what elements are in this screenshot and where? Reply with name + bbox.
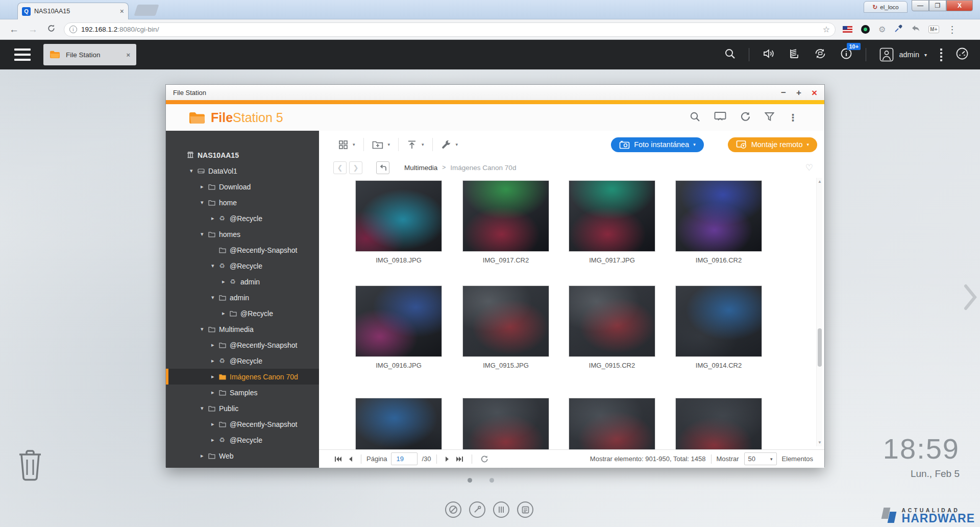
tools-button[interactable]: ▾ [441, 139, 458, 150]
view-mode-button[interactable]: ▾ [338, 140, 355, 150]
file-name[interactable]: IMG_0914.CR2 [675, 362, 762, 369]
tree-caret-icon[interactable]: ▸ [201, 183, 208, 190]
file-name[interactable]: IMG_0917.CR2 [462, 256, 549, 264]
remote-mount-button[interactable]: Montaje remoto ▾ [728, 137, 817, 152]
tree-caret-icon[interactable]: ▾ [201, 199, 208, 206]
history-forward-button[interactable]: ❯ [349, 161, 362, 174]
tree-caret-icon[interactable]: ▸ [211, 437, 219, 443]
forward-icon[interactable]: → [28, 24, 38, 35]
sidebar-item-nas10aa15[interactable]: NAS10AA15 [166, 147, 319, 163]
site-info-icon[interactable]: i [69, 26, 77, 33]
sidebar-item-multimedia[interactable]: ▾Multimedia [166, 321, 319, 337]
tree-caret-icon[interactable]: ▸ [211, 342, 219, 348]
file-thumbnail[interactable] [462, 285, 549, 357]
filter-funnel-icon[interactable] [765, 112, 774, 124]
file-thumbnail[interactable] [675, 285, 762, 357]
new-tab-button[interactable] [134, 5, 159, 16]
tree-caret-icon[interactable]: ▾ [190, 167, 198, 174]
volume-icon[interactable] [763, 48, 775, 61]
page-size-select[interactable]: 50 ▾ [744, 452, 777, 465]
tree-caret-icon[interactable]: ▸ [211, 357, 219, 364]
tree-caret-icon[interactable]: ▸ [211, 215, 219, 222]
sidebar-item-home[interactable]: ▾home [166, 195, 319, 210]
upload-button[interactable]: ▾ [407, 140, 424, 150]
file-name[interactable]: IMG_0917.JPG [569, 256, 655, 264]
main-menu-icon[interactable] [14, 49, 31, 61]
file-thumbnail[interactable] [675, 180, 762, 252]
file-thumbnail[interactable] [569, 398, 655, 449]
sidebar-item-web[interactable]: ▸Web [166, 448, 319, 464]
create-folder-button[interactable]: ▾ [372, 140, 390, 150]
tab-close-icon[interactable]: × [120, 7, 124, 15]
dashboard-gauge-icon[interactable] [955, 47, 969, 62]
sidebar-item-im-genes-canon-70d[interactable]: ▸Imágenes Canon 70d [166, 369, 319, 385]
sidebar-item-datavol1[interactable]: ▾DataVol1 [166, 163, 319, 179]
refresh-icon[interactable] [740, 111, 751, 124]
m-plus-extension-icon[interactable]: M+ [928, 26, 939, 33]
favorite-heart-icon[interactable]: ♡ [805, 162, 813, 173]
refresh-list-icon[interactable] [480, 455, 488, 463]
sidebar-item-recently-snapshot[interactable]: ▸@Recently-Snapshot [166, 416, 319, 432]
columns-icon[interactable] [493, 501, 509, 518]
browser-tab[interactable]: Q NAS10AA15 × [17, 3, 129, 19]
address-bar[interactable]: i 192.168.1.2 :8080/cgi-bin/ ☆ [64, 22, 836, 37]
tree-caret-icon[interactable]: ▸ [211, 373, 219, 380]
tree-caret-icon[interactable]: ▸ [222, 278, 230, 285]
file-thumbnail[interactable] [569, 180, 655, 252]
tree-caret-icon[interactable]: ▾ [211, 262, 219, 269]
reload-icon[interactable] [47, 24, 56, 35]
sidebar-item-recycle[interactable]: ▸♻@Recycle [166, 210, 319, 226]
app-tab-file-station[interactable]: File Station × [43, 44, 136, 65]
file-thumbnail[interactable] [462, 398, 549, 449]
tree-caret-icon[interactable]: ▾ [201, 405, 208, 412]
window-close-button[interactable]: X [946, 0, 973, 11]
sidebar-item-public[interactable]: ▾Public [166, 400, 319, 416]
search-icon[interactable] [690, 111, 700, 124]
back-icon[interactable]: ← [9, 24, 19, 35]
file-thumbnail[interactable] [569, 285, 655, 357]
sidebar-item-admin[interactable]: ▾admin [166, 290, 319, 305]
tree-caret-icon[interactable]: ▸ [222, 310, 230, 317]
window-restore-button[interactable]: ❐ [929, 0, 946, 11]
file-name[interactable]: IMG_0916.JPG [355, 362, 442, 369]
sidebar-item-samples[interactable]: ▸Samples [166, 385, 319, 400]
more-menu-icon[interactable]: ⋮ [788, 112, 798, 124]
file-name[interactable]: IMG_0916.CR2 [675, 256, 762, 264]
next-page-button[interactable] [445, 456, 450, 462]
tree-caret-icon[interactable]: ▸ [211, 421, 219, 427]
scroll-up-icon[interactable]: ▲ [817, 179, 822, 184]
file-name[interactable]: IMG_0915.CR2 [569, 362, 655, 369]
file-name[interactable]: IMG_0915.JPG [462, 362, 549, 369]
file-name[interactable]: IMG_0918.JPG [355, 256, 442, 264]
reply-arrow-extension-icon[interactable] [911, 25, 920, 34]
sidebar-item-recently-snapshot[interactable]: @Recently-Snapshot [166, 242, 319, 258]
window-minimize-button[interactable]: — [912, 0, 929, 11]
tree-caret-icon[interactable]: ▸ [201, 452, 208, 459]
tool-icon[interactable] [469, 501, 485, 518]
user-menu[interactable]: admin ▾ [879, 47, 927, 62]
gear-extension-icon[interactable]: ⚙ [878, 25, 886, 34]
file-thumbnail[interactable] [355, 180, 442, 252]
recycle-bin-icon[interactable] [15, 447, 45, 483]
grid-scrollbar[interactable]: ▲ ▼ [816, 178, 822, 446]
eyedropper-extension-icon[interactable] [894, 25, 902, 35]
sidebar-item-recycle[interactable]: ▸@Recycle [166, 305, 319, 321]
window-titlebar[interactable]: File Station − + × [166, 85, 824, 100]
scrollbar-thumb[interactable] [818, 328, 822, 367]
tree-caret-icon[interactable]: ▾ [201, 231, 208, 237]
sidebar-item-homes[interactable]: ▾homes [166, 226, 319, 242]
go-up-button[interactable] [376, 161, 389, 174]
file-thumbnail[interactable] [355, 285, 442, 357]
global-search-icon[interactable] [724, 48, 736, 61]
page-number-input[interactable] [391, 452, 418, 465]
close-icon[interactable]: × [812, 88, 817, 98]
tree-caret-icon[interactable]: ▾ [201, 326, 208, 332]
history-back-button[interactable]: ❮ [333, 161, 347, 174]
external-device-sync-icon[interactable] [814, 47, 827, 62]
app-tab-close-icon[interactable]: × [126, 51, 130, 59]
notifications-icon[interactable]: 10+ [840, 47, 852, 62]
note-icon[interactable] [517, 501, 533, 518]
browser-menu-icon[interactable]: ⋮ [948, 24, 957, 35]
breadcrumb-parent[interactable]: Multimedia [404, 164, 437, 172]
next-desktop-arrow[interactable] [964, 284, 977, 313]
